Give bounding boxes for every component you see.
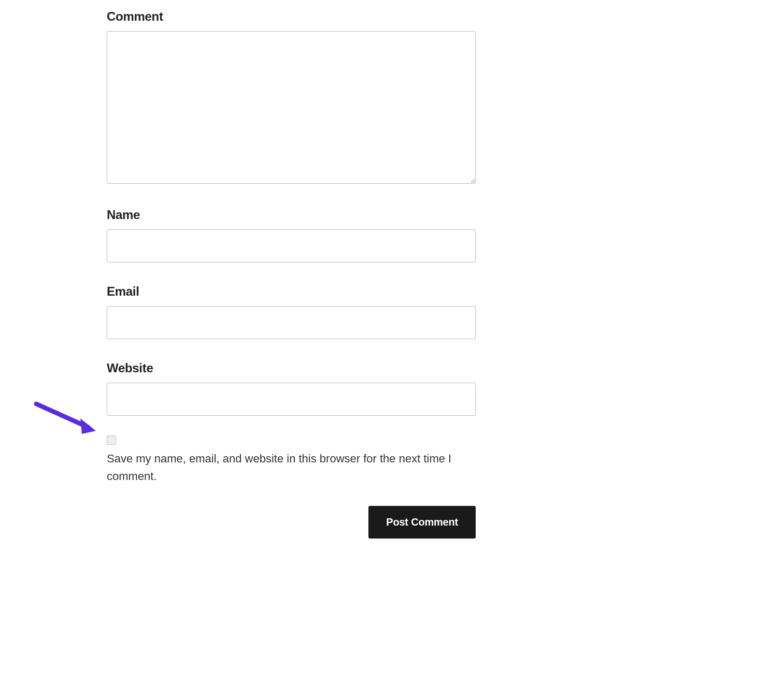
website-label: Website	[107, 361, 476, 375]
comment-label: Comment	[107, 9, 476, 24]
post-comment-button[interactable]: Post Comment	[368, 506, 476, 539]
email-label: Email	[107, 284, 476, 299]
email-input[interactable]	[107, 306, 476, 339]
comment-textarea[interactable]	[107, 31, 476, 184]
name-input[interactable]	[107, 229, 476, 263]
save-info-group: Save my name, email, and website in this…	[107, 435, 476, 485]
svg-marker-1	[80, 418, 96, 434]
comment-form: Comment Name Email Website Save my name,…	[107, 9, 476, 539]
save-info-label: Save my name, email, and website in this…	[107, 450, 476, 485]
name-label: Name	[107, 208, 476, 222]
arrow-annotation-icon	[31, 399, 109, 445]
svg-line-0	[36, 404, 88, 427]
email-field-group: Email	[107, 284, 476, 339]
submit-row: Post Comment	[107, 506, 476, 539]
website-field-group: Website	[107, 361, 476, 416]
save-info-checkbox[interactable]	[107, 435, 116, 445]
comment-field-group: Comment	[107, 9, 476, 186]
website-input[interactable]	[107, 383, 476, 416]
name-field-group: Name	[107, 208, 476, 263]
